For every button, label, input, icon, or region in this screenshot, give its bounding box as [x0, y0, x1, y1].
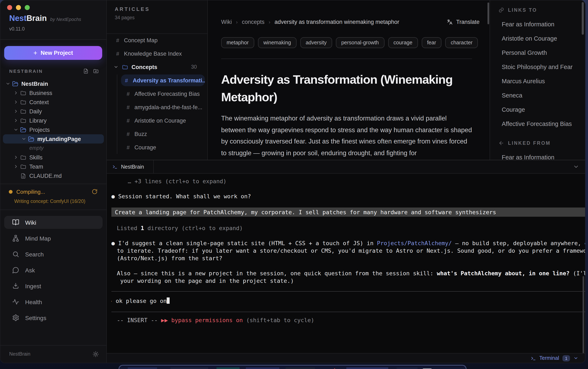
sidebar-item-health[interactable]: Health — [4, 295, 103, 308]
zoom-window-button[interactable] — [25, 5, 30, 10]
main-scrollbar[interactable] — [487, 2, 489, 24]
brand-primary: Nest — [9, 14, 26, 23]
file-tree: NestBrainBusinessContextDailyLibraryProj… — [3, 79, 104, 180]
link-item-fear-as-information[interactable]: Fear as Information — [502, 17, 582, 31]
activity-icon — [12, 298, 19, 305]
tree-item-business[interactable]: Business — [3, 88, 104, 98]
links-to-label: LINKS TO — [508, 8, 537, 12]
breadcrumb-item[interactable]: Wiki — [221, 19, 232, 25]
tag-character[interactable]: character — [445, 37, 478, 48]
article-item-courage[interactable]: #Courage — [117, 140, 207, 154]
folder-icon — [20, 163, 26, 170]
article-item-affective-forecasting-bias[interactable]: #Affective Forecasting Bias — [117, 87, 207, 100]
tree-item-library[interactable]: Library — [3, 116, 104, 125]
breadcrumb-item[interactable]: adversity as transformation winemaking m… — [274, 19, 399, 25]
chevron-right-icon — [13, 155, 18, 160]
article-group: #Adversity as Transformati...#Affective … — [117, 74, 207, 154]
terminal-icon — [531, 355, 536, 361]
link-item-affective-forecasting-bias[interactable]: Affective Forecasting Bias — [502, 117, 582, 131]
link-item-seneca[interactable]: Seneca — [502, 88, 582, 102]
background-window-toolbar — [120, 367, 465, 369]
sidebar-item-ingest[interactable]: Ingest — [4, 279, 103, 292]
terminal-menu-chevron-icon[interactable] — [573, 356, 578, 361]
tree-item-projects[interactable]: Projects — [3, 125, 104, 134]
sidebar-item-settings[interactable]: Settings — [4, 311, 103, 324]
terminal-tab[interactable]: NestBrain — [107, 160, 154, 173]
vault-section-header: NESTBRAIN — [9, 68, 99, 74]
article-item-knowledge-base-index[interactable]: #Knowledge Base Index — [107, 47, 207, 60]
tree-item-context[interactable]: Context — [3, 98, 104, 107]
compile-status-detail: Writing concept: ComfyUI (16/20) — [14, 199, 85, 204]
tag-personal-growth[interactable]: personal-growth — [336, 37, 384, 48]
folder-icon — [20, 117, 26, 124]
article-item-concept-map[interactable]: #Concept Map — [107, 33, 207, 47]
chevron-right-icon — [13, 109, 18, 114]
compile-status: Compiling... Writing concept: ComfyUI (1… — [0, 184, 106, 210]
link-item-marcus-aurelius[interactable]: Marcus Aurelius — [502, 74, 582, 88]
refresh-icon[interactable] — [92, 189, 98, 195]
new-file-icon[interactable] — [83, 68, 89, 74]
tree-item-claude-md[interactable]: CLAUDE.md — [3, 171, 104, 180]
terminal-blank-line — [111, 185, 585, 192]
text-cursor — [167, 298, 170, 304]
translate-button[interactable]: Translate — [446, 19, 480, 25]
linked-from-header: LINKED FROM — [498, 140, 551, 146]
terminal-header: NestBrain — [107, 160, 585, 174]
new-folder-icon[interactable] — [93, 68, 99, 74]
tag-metaphor[interactable]: metaphor — [221, 37, 254, 48]
collapse-terminal-chevron-icon[interactable] — [573, 164, 579, 170]
close-window-button[interactable] — [7, 5, 12, 10]
tree-item-skills[interactable]: Skills — [3, 153, 104, 162]
terminal-blank-line — [111, 217, 585, 224]
tag-winemaking[interactable]: winemaking — [258, 37, 296, 48]
link-item-personal-growth[interactable]: Personal Growth — [502, 46, 582, 60]
tree-item-empty[interactable]: empty — [3, 143, 104, 153]
article-item-amygdala-and-the-fast-fe[interactable]: #amygdala-and-the-fast-fe... — [117, 100, 207, 114]
sidebar-item-wiki[interactable]: Wiki — [4, 216, 103, 229]
tag-fear[interactable]: fear — [421, 37, 441, 48]
sidebar-item-mind-map[interactable]: Mind Map — [4, 232, 103, 245]
linked-from-label: LINKED FROM — [508, 140, 551, 146]
article-folder-concepts[interactable]: Concepts30 — [107, 60, 207, 74]
link-item-stoic-philosophy-and-fear[interactable]: Stoic Philosophy and Fear — [502, 60, 582, 74]
terminal-output[interactable]: … +3 lines (ctrl+o to expand)● Session s… — [111, 174, 585, 353]
link-item-aristotle-on-courage[interactable]: Aristotle on Courage — [502, 31, 582, 46]
background-logo-triangle — [332, 368, 337, 369]
sidebar-item-search[interactable]: Search — [4, 248, 103, 261]
article-item-adversity-as-transformati[interactable]: #Adversity as Transformati... — [121, 74, 205, 86]
article-item-aristotle-on-courage[interactable]: #Aristotle on Courage — [117, 114, 207, 127]
tag-courage[interactable]: courage — [388, 37, 418, 48]
tree-item-daily[interactable]: Daily — [3, 107, 104, 116]
status-dot — [9, 190, 12, 194]
sidebar-nav: WikiMind MapSearchAskIngestHealthSetting… — [4, 216, 103, 327]
file-icon — [20, 173, 26, 179]
new-project-label: New Project — [41, 50, 73, 56]
article-item-buzz[interactable]: #Buzz — [117, 127, 207, 140]
tree-item-team[interactable]: Team — [3, 162, 104, 171]
terminal-divider — [111, 312, 585, 312]
terminal-scrollbar[interactable] — [583, 276, 584, 354]
terminal-blank-line — [111, 232, 585, 239]
chevron-down-icon — [5, 81, 10, 86]
terminal-status-label[interactable]: Terminal — [539, 355, 559, 361]
gear-icon — [12, 314, 19, 321]
tag-adversity[interactable]: adversity — [300, 37, 332, 48]
tree-item-mylandingpage[interactable]: myLandingPage — [3, 134, 104, 143]
terminal-count-badge: 1 — [562, 355, 570, 361]
article-body: The winemaking metaphor of adversity as … — [221, 112, 472, 159]
breadcrumb-item[interactable]: concepts — [242, 19, 264, 25]
tree-item-nestbrain[interactable]: NestBrain — [3, 79, 104, 88]
link-item-courage[interactable]: Courage — [502, 102, 582, 117]
download-icon — [12, 282, 19, 289]
folder-icon — [122, 64, 128, 70]
sidebar-item-ask[interactable]: Ask — [4, 264, 103, 277]
theme-toggle-sun-icon[interactable] — [93, 351, 99, 357]
tag-list: metaphorwinemakingadversitypersonal-grow… — [221, 37, 478, 48]
links-scrollbar[interactable] — [582, 2, 584, 35]
background-window — [118, 365, 467, 369]
sidebar: NestBrainby NextEpochs v0.11.0 + New Pro… — [0, 0, 107, 363]
minimize-window-button[interactable] — [16, 5, 21, 10]
new-project-button[interactable]: + New Project — [4, 46, 102, 60]
chat-icon — [12, 267, 19, 274]
terminal-input-line[interactable]: ❯ ok please go on — [111, 297, 585, 305]
